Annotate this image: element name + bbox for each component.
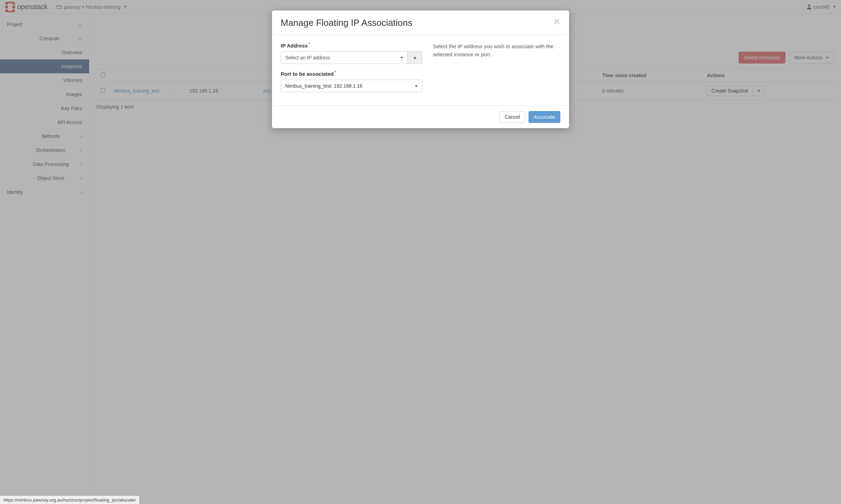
cancel-button[interactable]: Cancel	[499, 111, 525, 123]
plus-icon: +	[413, 55, 416, 61]
ip-address-select[interactable]: Select an IP address	[281, 51, 408, 64]
port-select[interactable]: Nimbus_training_test: 192.168.1.16	[281, 80, 422, 92]
modal-help-text: Select the IP address you wish to associ…	[433, 42, 560, 98]
caret-down-icon	[415, 85, 418, 87]
modal-overlay: Manage Floating IP Associations ✕ IP Add…	[0, 0, 841, 504]
ip-select-value: Select an IP address	[285, 55, 330, 60]
allocate-ip-button[interactable]: +	[408, 51, 422, 64]
modal-title: Manage Floating IP Associations	[281, 17, 412, 28]
ip-address-label: IP Address*	[281, 42, 422, 49]
associate-button[interactable]: Associate	[529, 111, 560, 123]
close-icon[interactable]: ✕	[553, 17, 560, 26]
port-select-value: Nimbus_training_test: 192.168.1.16	[285, 83, 362, 89]
floating-ip-modal: Manage Floating IP Associations ✕ IP Add…	[272, 10, 569, 128]
caret-down-icon	[400, 57, 403, 59]
port-label: Port to be associated*	[281, 70, 422, 77]
statusbar: https://nimbus.pawsey.org.au/horizon/pro…	[0, 496, 139, 504]
